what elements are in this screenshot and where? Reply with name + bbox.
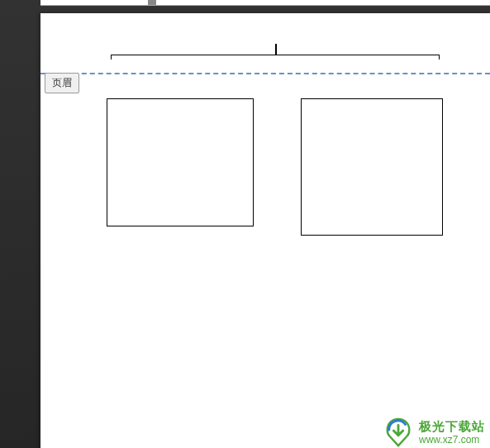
header-boundary-line xyxy=(111,55,440,60)
watermark-logo-icon xyxy=(383,417,414,448)
text-cursor xyxy=(275,44,277,55)
watermark-title: 极光下载站 xyxy=(419,419,485,434)
ruler-tab-marker xyxy=(148,0,156,5)
shape-rectangle-1[interactable] xyxy=(107,98,254,226)
shape-rectangle-2[interactable] xyxy=(301,98,443,236)
header-tag-button[interactable]: 页眉 xyxy=(45,73,79,93)
header-separator-dashed xyxy=(40,73,490,74)
watermark-text: 极光下载站 www.xz7.com xyxy=(419,419,485,446)
watermark-url: www.xz7.com xyxy=(419,434,485,446)
document-page[interactable]: 页眉 xyxy=(40,13,490,448)
ruler xyxy=(40,0,490,6)
watermark: 极光下载站 www.xz7.com xyxy=(383,417,485,448)
